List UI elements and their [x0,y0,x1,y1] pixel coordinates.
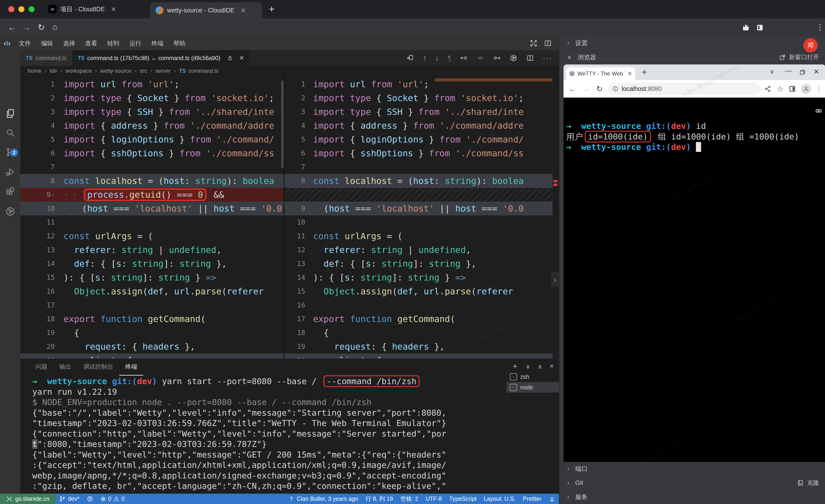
minimize-icon[interactable]: — [785,67,792,75]
diff-pane-modified[interactable]: 1import url from 'url';2import type { So… [285,76,552,358]
editor-tab-active[interactable]: TS command.ts (17b75c98) ↔ command.ts (d… [72,50,250,66]
share-icon[interactable] [764,85,771,92]
panel-tab-调试控制台[interactable]: 调试控制台 [77,359,119,375]
next-change-icon[interactable] [493,50,501,66]
notifications[interactable] [545,494,559,504]
remote-indicator[interactable]: go.titanide.cn [0,494,56,504]
editor-tab-inactive[interactable]: TS command.ts [20,50,72,66]
embedded-tab[interactable]: WeTTY - The Web Terminal ✕ [566,67,635,80]
menu-item-8[interactable]: 帮助 [168,39,191,48]
panel-tab-终端[interactable]: 终端 [119,359,143,375]
back-icon[interactable]: ← [569,84,577,93]
menu-kebab-icon[interactable]: ⋮ [815,85,822,93]
traffic-minimize-button[interactable] [18,6,24,12]
services-section-header[interactable]: › 服务 [559,490,825,504]
clone-repo-icon[interactable] [797,479,804,486]
panel-tab-输出[interactable]: 输出 [54,359,77,375]
new-tab-button[interactable]: + [642,67,647,77]
bookmark-star-icon[interactable]: ☆ [777,84,783,93]
problems-indicator[interactable]: ⊗ 0 ⚠ 0 [97,494,129,504]
profile-avatar[interactable] [801,84,811,94]
menu-item-4[interactable]: 查看 [80,39,102,48]
panel-expand-chevron[interactable]: › [551,272,559,287]
terminal-list[interactable]: ›zsh›node [506,371,559,413]
embedded-address-bar[interactable]: localhost :8080 [608,83,761,95]
maximize-panel-icon[interactable]: ∧ [538,363,542,370]
close-window-icon[interactable]: ✕ [814,68,819,76]
editor-scrollbar[interactable] [281,81,284,168]
breadcrumb-item[interactable]: wetty-source [100,68,132,74]
browser-section-header[interactable]: ∨ 浏览器 新窗口打开 [559,50,825,65]
diff-pane-original[interactable]: 1import url from 'url';2import type { So… [20,76,284,358]
search-icon[interactable] [5,128,16,138]
breadcrumb-item[interactable]: src [140,68,147,74]
forward-icon[interactable]: → [22,22,31,32]
branch-indicator[interactable]: dev* [56,494,83,504]
whitespace-icon[interactable]: ¶ [447,50,451,66]
cursor-position[interactable]: 行 8, 列 19 [362,494,397,504]
browser-menu-icon[interactable]: ⋮ [816,22,824,32]
terminal-list-item-zsh[interactable]: ›zsh [507,371,559,382]
sidebar-toggle-icon[interactable] [755,23,764,32]
formatter[interactable]: Prettier [519,494,545,504]
timeline-icon[interactable] [510,50,518,66]
menu-item-2[interactable]: 编辑 [36,39,58,48]
terminal-dropdown-icon[interactable]: ∨ [526,363,530,370]
explorer-icon[interactable] [5,108,16,119]
browser-tab-1[interactable]: ‹t› 项目 - CloudIDE ✕ [48,0,147,18]
terminal-output[interactable]: → wetty-source git:(dev) yarn start --po… [32,376,504,491]
indentation[interactable]: 空格: 2 [397,494,422,504]
panel-tab-问题[interactable]: 问题 [29,359,54,375]
close-tab-icon[interactable]: ✕ [627,70,632,77]
git-section-header[interactable]: › Git 克隆 [559,476,825,490]
previous-change-icon[interactable] [460,50,468,66]
apply-diff-icon[interactable] [406,50,415,66]
reload-icon[interactable]: ↻ [38,22,45,32]
panel-tabs[interactable]: 问题输出调试控制台终端 [29,359,143,375]
traffic-close-button[interactable] [8,6,14,12]
breadcrumb-item[interactable]: workspace [65,68,92,74]
wetty-terminal[interactable]: → wetty-source git:(dev) id用户id=1000(ide… [564,98,825,462]
wetty-settings-gears-icon[interactable]: ⚙⚙ [815,105,820,116]
breadcrumb-item[interactable]: home [27,68,42,74]
extensions-icon[interactable] [5,186,16,197]
user-avatar[interactable]: 邓 [803,38,818,53]
run-debug-icon[interactable] [5,167,16,177]
new-terminal-icon[interactable]: + [513,362,518,371]
extensions-puzzle-icon[interactable] [742,23,750,32]
open-new-window-icon[interactable] [779,54,786,61]
breadcrumb[interactable]: home›ide›workspace›wetty-source›src›serv… [20,66,559,76]
terminal-list-item-node[interactable]: ›node [507,382,559,393]
language-mode[interactable]: TypeScript [446,494,480,504]
close-tab-icon[interactable]: ✕ [239,55,244,62]
next-diff-arrow-icon[interactable]: ↓ [435,50,439,66]
breadcrumb-item[interactable]: ide [50,68,57,74]
encoding[interactable]: UTF-8 [422,494,446,504]
close-tab-icon[interactable]: ✕ [111,6,116,13]
breadcrumb-item[interactable]: server [155,68,171,74]
sidebar-toggle-icon[interactable] [789,85,796,92]
customize-layout-icon[interactable] [529,39,538,48]
menu-item-1[interactable]: 文件 [14,39,36,48]
restore-window-icon[interactable] [799,69,806,76]
settings-section-header[interactable]: › 设置 [559,36,825,50]
close-tab-icon[interactable]: ✕ [240,7,246,14]
breadcrumb-item[interactable]: command.ts [189,68,219,74]
blame-indicator[interactable]: Cian Butler, 3 years ago [285,494,362,504]
remote-explorer-icon[interactable] [5,206,16,217]
menu-item-5[interactable]: 转到 [102,39,124,48]
home-icon[interactable]: ⌂ [53,22,58,32]
browser-tab-2-active[interactable]: wetty-source - CloudIDE ✕ [150,2,262,18]
more-actions-icon[interactable]: ··· [543,50,552,66]
reload-icon[interactable]: ↻ [596,84,603,93]
traffic-zoom-button[interactable] [28,6,34,12]
back-icon[interactable]: ← [8,22,16,32]
previous-diff-arrow-icon[interactable]: ↑ [423,50,427,66]
sync-indicator[interactable] [83,494,97,504]
close-panel-icon[interactable]: × [550,362,554,370]
clone-label[interactable]: 克隆 [807,479,819,487]
menu-item-7[interactable]: 终端 [146,39,168,48]
new-tab-button[interactable]: + [269,4,275,15]
dropdown-chevron-icon[interactable]: ∨ [770,68,774,75]
info-icon[interactable] [612,86,618,92]
